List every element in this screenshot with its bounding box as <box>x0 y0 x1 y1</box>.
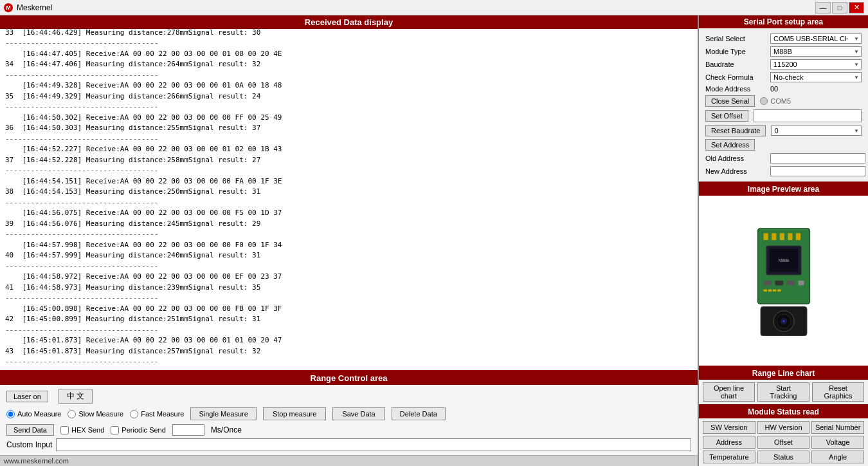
range-control-header: Range Control area <box>0 371 698 385</box>
module-type-select[interactable]: M88B <box>770 46 862 57</box>
serial-number-button[interactable]: Serial Number <box>811 421 864 434</box>
svg-point-21 <box>782 320 785 322</box>
module-type-wrapper[interactable]: M88B <box>770 46 862 57</box>
offset-input[interactable] <box>754 109 862 122</box>
range-chart-section: Range Line chart Open line chart Start T… <box>699 366 868 404</box>
range-control-section: Range Control area Laser on 中 文 Auto Mea… <box>0 370 698 455</box>
baudrate-row: Baudrate 115200 <box>699 58 868 71</box>
custom-input-field[interactable] <box>56 438 691 451</box>
range-chart-buttons: Open line chart Start Tracking Reset Gra… <box>699 380 868 404</box>
maximize-button[interactable]: □ <box>832 2 847 14</box>
baudrate-label: Baudrate <box>705 61 766 68</box>
minimize-button[interactable]: — <box>815 2 831 14</box>
svg-text:M88B: M88B <box>778 258 788 263</box>
reset-baudrate-select[interactable]: 0 <box>771 126 862 136</box>
check-formula-wrapper[interactable]: No-check <box>770 72 862 82</box>
set-offset-row: Set Offset <box>699 108 868 124</box>
check-formula-select[interactable]: No-check <box>770 72 862 82</box>
module-type-row: Module Type M88B <box>699 45 868 58</box>
close-button[interactable]: ✕ <box>849 2 864 14</box>
title-bar: M Meskernel — □ ✕ <box>0 0 868 15</box>
left-panel: Received Data display 30 [16:44:40.659] … <box>0 15 698 466</box>
baudrate-wrapper[interactable]: 115200 <box>770 59 862 70</box>
mode-address-value: 00 <box>770 85 778 93</box>
custom-input-label: Custom Input <box>6 440 52 449</box>
save-data-button[interactable]: Save Data <box>332 407 384 420</box>
new-address-input[interactable] <box>770 166 865 176</box>
old-address-input[interactable] <box>770 153 865 163</box>
sw-version-button[interactable]: SW Version <box>703 421 755 434</box>
close-serial-row: Close Serial COM5 <box>699 94 868 108</box>
stop-measure-button[interactable]: Stop measure <box>263 407 326 420</box>
svg-rect-16 <box>777 290 781 292</box>
serial-port-header: Serial Port setup area <box>699 15 868 28</box>
open-line-chart-button[interactable]: Open line chart <box>703 382 755 402</box>
com-indicator-dot <box>760 97 768 105</box>
app-title: Meskernel <box>17 3 52 12</box>
image-preview-body: M88B <box>699 196 868 366</box>
svg-rect-9 <box>763 281 772 285</box>
svg-rect-5 <box>795 233 800 240</box>
baudrate-select[interactable]: 115200 <box>770 59 862 70</box>
module-status-grid: SW Version HW Version Serial Number Addr… <box>699 418 868 466</box>
ms-once-label: Ms/Once <box>211 425 242 434</box>
data-display[interactable]: 30 [16:44:40.659] Measuring distance:290… <box>0 29 698 370</box>
svg-rect-10 <box>775 281 783 285</box>
hex-send-checkbox[interactable]: HEX Send <box>60 426 104 434</box>
module-type-label: Module Type <box>705 48 766 55</box>
svg-rect-3 <box>779 233 784 240</box>
fast-measure-radio[interactable]: Fast Measure <box>130 410 184 418</box>
hw-version-button[interactable]: HW Version <box>757 421 810 434</box>
svg-rect-13 <box>763 290 766 292</box>
temperature-button[interactable]: Temperature <box>703 451 755 463</box>
offset-button[interactable]: Offset <box>757 436 810 449</box>
set-address-button[interactable]: Set Address <box>705 139 755 151</box>
voltage-button[interactable]: Voltage <box>811 436 864 449</box>
right-panel: Serial Port setup area Serial Select COM… <box>698 15 868 466</box>
main-layout: Received Data display 30 [16:44:40.659] … <box>0 15 868 466</box>
reset-baudrate-button[interactable]: Reset Baudrate <box>705 125 766 136</box>
set-address-row: Set Address <box>699 138 868 152</box>
image-preview-header: Image Preview area <box>699 183 868 196</box>
send-data-button[interactable]: Send Data <box>6 424 54 436</box>
close-serial-button[interactable]: Close Serial <box>705 95 755 107</box>
app-icon: M <box>4 3 13 12</box>
auto-measure-radio[interactable]: Auto Measure <box>6 410 61 418</box>
title-bar-left: M Meskernel <box>4 3 52 12</box>
title-bar-controls: — □ ✕ <box>815 2 864 14</box>
website-text: www.meskernel.com <box>4 457 69 465</box>
status-button[interactable]: Status <box>757 451 810 463</box>
reset-baudrate-wrapper[interactable]: 0 <box>771 126 862 136</box>
range-row4: Custom Input <box>6 438 691 451</box>
address-button[interactable]: Address <box>703 436 755 449</box>
laser-button[interactable]: Laser on <box>6 391 48 402</box>
image-preview-section: Image Preview area M88B <box>699 183 868 366</box>
set-offset-button[interactable]: Set Offset <box>705 110 748 122</box>
svg-rect-11 <box>786 281 795 285</box>
com-indicator-row: COM5 <box>760 97 791 105</box>
range-row2: Auto Measure Slow Measure Fast Measure S… <box>6 407 691 420</box>
serial-select[interactable]: COM5 USB-SERIAL CH34 <box>770 33 862 44</box>
new-address-label: New Address <box>705 167 766 175</box>
svg-rect-14 <box>768 290 771 292</box>
single-measure-button[interactable]: Single Measure <box>190 407 256 420</box>
check-formula-label: Check Formula <box>705 73 766 81</box>
serial-select-label: Serial Select <box>705 35 766 42</box>
mode-address-label: Mode Address <box>705 85 766 93</box>
svg-rect-1 <box>763 233 768 240</box>
ms-once-input[interactable] <box>172 424 204 436</box>
start-tracking-button[interactable]: Start Tracking <box>757 382 809 402</box>
serial-port-setup: Serial Port setup area Serial Select COM… <box>699 15 868 183</box>
reset-graphics-button[interactable]: Reset Graphics <box>812 382 864 402</box>
received-data-header: Received Data display <box>0 15 698 29</box>
periodic-send-checkbox[interactable]: Periodic Send <box>111 426 166 434</box>
serial-select-wrapper[interactable]: COM5 USB-SERIAL CH34 <box>770 33 862 44</box>
delete-data-button[interactable]: Delete Data <box>392 407 446 420</box>
range-row1: Laser on 中 文 <box>6 389 691 404</box>
range-chart-header: Range Line chart <box>699 367 868 380</box>
lang-button[interactable]: 中 文 <box>59 389 93 404</box>
website-bar: www.meskernel.com <box>0 455 698 466</box>
angle-button[interactable]: Angle <box>811 451 864 463</box>
svg-rect-2 <box>772 233 776 240</box>
slow-measure-radio[interactable]: Slow Measure <box>68 410 123 418</box>
